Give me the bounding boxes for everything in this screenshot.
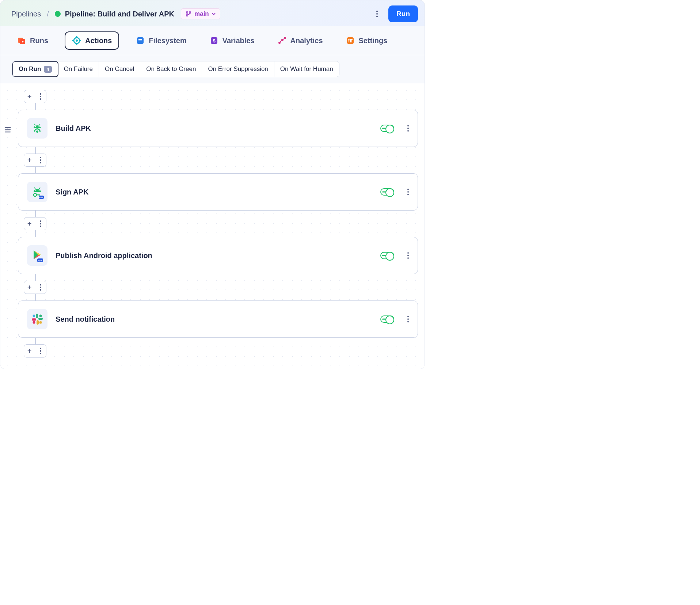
action-menu-button[interactable] — [407, 189, 409, 195]
trigger-label: On Failure — [64, 65, 93, 73]
plus-icon: + — [24, 218, 35, 230]
add-action-button[interactable]: + — [24, 344, 46, 358]
svg-rect-45 — [36, 314, 38, 318]
actions-icon — [72, 36, 81, 45]
tab-variables[interactable]: $ Variables — [203, 33, 261, 49]
plus-icon: + — [24, 281, 35, 294]
svg-point-23 — [348, 39, 350, 41]
svg-rect-13 — [138, 41, 142, 41]
svg-point-49 — [33, 315, 35, 317]
add-action-button[interactable]: + — [24, 217, 46, 230]
svg-text:$: $ — [213, 38, 216, 44]
variables-icon: $ — [209, 36, 219, 45]
add-action-button[interactable]: + — [24, 90, 46, 103]
svg-point-51 — [39, 321, 42, 324]
svg-rect-47 — [37, 320, 39, 325]
drag-handle-icon[interactable] — [4, 126, 11, 135]
svg-point-30 — [39, 126, 40, 127]
action-enable-toggle[interactable] — [380, 188, 394, 196]
tab-analytics[interactable]: Analytics — [271, 33, 329, 49]
svg-point-52 — [33, 321, 35, 324]
action-menu-button[interactable] — [407, 252, 409, 259]
kebab-icon[interactable] — [35, 154, 46, 166]
trigger-label: On Wait for Human — [280, 65, 333, 73]
settings-icon — [346, 36, 355, 45]
svg-point-33 — [36, 131, 38, 133]
trigger-on-run[interactable]: On Run 4 — [12, 61, 58, 77]
svg-line-36 — [34, 188, 35, 189]
kebab-icon[interactable] — [35, 345, 46, 357]
plus-icon: + — [24, 154, 35, 166]
branch-selector[interactable]: main — [181, 8, 220, 19]
action-menu-button[interactable] — [407, 125, 409, 132]
svg-point-29 — [35, 126, 36, 127]
svg-text:APK: APK — [39, 196, 44, 198]
kebab-icon[interactable] — [35, 218, 46, 230]
breadcrumb-root[interactable]: Pipelines — [11, 10, 41, 18]
action-card-send-notification[interactable]: Send notification — [18, 300, 418, 338]
svg-line-32 — [39, 124, 40, 125]
action-card-sign-apk[interactable]: APK Sign APK — [18, 173, 418, 211]
trigger-on-failure[interactable]: On Failure — [58, 61, 99, 77]
git-branch-icon — [186, 11, 191, 17]
tab-label: Analytics — [290, 37, 323, 45]
trigger-label: On Run — [19, 65, 41, 73]
trigger-label: On Cancel — [105, 65, 134, 73]
breadcrumb-separator: / — [45, 10, 50, 18]
trigger-on-error-suppression[interactable]: On Error Suppression — [202, 61, 274, 77]
run-button[interactable]: Run — [388, 5, 418, 22]
action-title: Publish Android application — [56, 252, 372, 260]
trigger-label: On Back to Green — [146, 65, 196, 73]
analytics-icon — [277, 36, 287, 45]
svg-point-18 — [284, 37, 286, 39]
runs-icon — [17, 36, 26, 45]
pipeline-canvas: + Build APK + — [0, 83, 425, 369]
action-card-build-apk[interactable]: Build APK — [18, 110, 418, 147]
tab-settings[interactable]: Settings — [339, 33, 394, 49]
kebab-icon[interactable] — [35, 90, 46, 103]
action-menu-button[interactable] — [407, 316, 409, 322]
svg-point-25 — [351, 39, 353, 40]
svg-line-31 — [34, 124, 35, 125]
kebab-icon[interactable] — [35, 281, 46, 294]
action-column: + Build APK + — [18, 90, 425, 358]
svg-point-2 — [189, 12, 191, 13]
action-enable-toggle[interactable] — [380, 125, 394, 132]
tab-actions[interactable]: Actions — [65, 31, 119, 50]
action-enable-toggle[interactable] — [380, 315, 394, 323]
trigger-on-wait-for-human[interactable]: On Wait for Human — [274, 61, 339, 77]
kebab-icon — [376, 11, 378, 17]
svg-rect-12 — [138, 39, 142, 40]
action-enable-toggle[interactable] — [380, 252, 394, 259]
app-window: Pipelines / Pipeline: Build and Deliver … — [0, 0, 425, 369]
trigger-label: On Error Suppression — [208, 65, 268, 73]
page-title: Pipeline: Build and Deliver APK — [65, 10, 174, 18]
trigger-count-badge: 4 — [44, 66, 52, 73]
tab-filesystem[interactable]: Filesystem — [129, 33, 193, 49]
android-build-icon — [27, 118, 47, 139]
add-action-button[interactable]: + — [24, 154, 46, 167]
branch-label: main — [194, 10, 209, 18]
tab-runs[interactable]: Runs — [11, 33, 54, 49]
action-title: Sign APK — [56, 188, 372, 196]
chevron-down-icon — [212, 12, 216, 15]
svg-line-37 — [39, 188, 40, 189]
svg-point-34 — [35, 190, 36, 191]
plus-icon: + — [24, 345, 35, 357]
header-bar: Pipelines / Pipeline: Build and Deliver … — [0, 0, 425, 26]
slack-icon — [27, 309, 47, 329]
trigger-on-back-to-green[interactable]: On Back to Green — [140, 61, 202, 77]
svg-rect-46 — [38, 318, 43, 320]
svg-rect-48 — [32, 318, 36, 321]
header-menu-button[interactable] — [370, 7, 384, 21]
action-title: Send notification — [56, 315, 372, 324]
svg-point-0 — [186, 12, 188, 13]
svg-text:APK: APK — [38, 260, 43, 262]
trigger-on-cancel[interactable]: On Cancel — [99, 61, 140, 77]
trigger-bar: On Run 4 On Failure On Cancel On Back to… — [0, 55, 425, 83]
svg-point-35 — [39, 190, 40, 191]
add-action-button[interactable]: + — [24, 281, 46, 294]
svg-point-38 — [34, 193, 37, 196]
filesystem-icon — [136, 36, 145, 45]
action-card-publish-android[interactable]: APK Publish Android application — [18, 237, 418, 274]
